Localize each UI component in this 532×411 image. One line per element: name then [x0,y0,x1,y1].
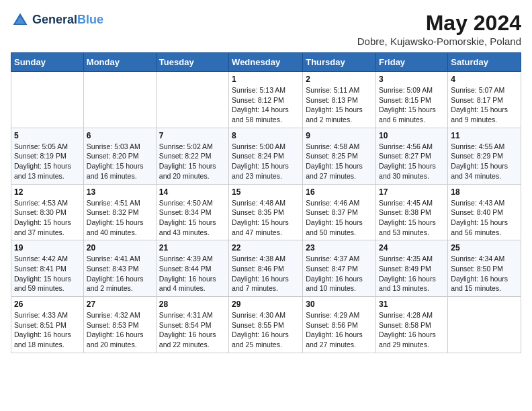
day-number: 28 [159,300,226,309]
day-number: 7 [159,131,226,140]
day-number: 31 [379,300,445,309]
header-row: SundayMondayTuesdayWednesdayThursdayFrid… [11,53,521,72]
day-cell: 14Sunrise: 4:50 AMSunset: 8:34 PMDayligh… [156,184,228,240]
location: Dobre, Kujawsko-Pomorskie, Poland [357,36,521,47]
header-cell-friday: Friday [376,53,448,72]
day-number: 3 [379,75,445,84]
day-info: Sunrise: 5:13 AMSunset: 8:12 PMDaylight:… [232,85,300,125]
day-cell: 19Sunrise: 4:42 AMSunset: 8:41 PMDayligh… [11,240,84,297]
day-info: Sunrise: 5:09 AMSunset: 8:15 PMDaylight:… [379,85,445,125]
week-row-5: 26Sunrise: 4:33 AMSunset: 8:51 PMDayligh… [11,297,521,353]
day-info: Sunrise: 4:53 AMSunset: 8:30 PMDaylight:… [14,198,81,238]
day-info: Sunrise: 5:11 AMSunset: 8:13 PMDaylight:… [306,85,373,125]
page-header: GeneralBlue May 2024 Dobre, Kujawsko-Pom… [11,11,521,47]
day-info: Sunrise: 4:50 AMSunset: 8:34 PMDaylight:… [159,198,226,238]
day-number: 12 [14,187,81,197]
week-row-2: 5Sunrise: 5:05 AMSunset: 8:19 PMDaylight… [11,128,521,184]
day-info: Sunrise: 4:43 AMSunset: 8:40 PMDaylight:… [451,198,518,238]
week-row-3: 12Sunrise: 4:53 AMSunset: 8:30 PMDayligh… [11,184,521,240]
day-cell: 13Sunrise: 4:51 AMSunset: 8:32 PMDayligh… [83,184,156,240]
day-number: 2 [306,75,373,84]
day-info: Sunrise: 4:37 AMSunset: 8:47 PMDaylight:… [306,254,373,293]
day-number: 10 [379,131,445,140]
day-number: 5 [14,131,81,140]
day-number: 20 [87,243,153,253]
day-cell: 11Sunrise: 4:55 AMSunset: 8:29 PMDayligh… [448,128,521,184]
day-cell: 7Sunrise: 5:02 AMSunset: 8:22 PMDaylight… [156,128,228,184]
day-number: 17 [379,187,445,197]
day-info: Sunrise: 5:05 AMSunset: 8:19 PMDaylight:… [14,142,81,181]
day-info: Sunrise: 5:02 AMSunset: 8:22 PMDaylight:… [159,142,226,181]
day-info: Sunrise: 4:56 AMSunset: 8:27 PMDaylight:… [379,142,445,181]
day-cell: 22Sunrise: 4:38 AMSunset: 8:46 PMDayligh… [229,240,303,297]
calendar-header: SundayMondayTuesdayWednesdayThursdayFrid… [11,53,521,72]
day-info: Sunrise: 5:03 AMSunset: 8:20 PMDaylight:… [87,142,153,181]
day-number: 14 [159,187,226,197]
day-number: 11 [451,131,518,140]
header-cell-wednesday: Wednesday [229,53,303,72]
day-cell: 3Sunrise: 5:09 AMSunset: 8:15 PMDaylight… [376,72,448,128]
day-number: 1 [232,75,300,84]
header-cell-sunday: Sunday [11,53,84,72]
day-info: Sunrise: 5:00 AMSunset: 8:24 PMDaylight:… [232,142,300,181]
day-number: 18 [451,187,518,197]
logo-text: GeneralBlue [32,13,103,27]
header-cell-monday: Monday [83,53,156,72]
day-info: Sunrise: 4:38 AMSunset: 8:46 PMDaylight:… [232,254,300,293]
day-info: Sunrise: 4:32 AMSunset: 8:53 PMDaylight:… [87,310,153,350]
day-number: 6 [87,131,153,140]
day-cell: 31Sunrise: 4:28 AMSunset: 8:58 PMDayligh… [376,297,448,353]
month-title: May 2024 [357,11,521,36]
day-cell: 15Sunrise: 4:48 AMSunset: 8:35 PMDayligh… [229,184,303,240]
day-info: Sunrise: 4:28 AMSunset: 8:58 PMDaylight:… [379,310,445,350]
day-cell [11,72,84,128]
week-row-1: 1Sunrise: 5:13 AMSunset: 8:12 PMDaylight… [11,72,521,128]
day-cell: 12Sunrise: 4:53 AMSunset: 8:30 PMDayligh… [11,184,84,240]
day-cell: 16Sunrise: 4:46 AMSunset: 8:37 PMDayligh… [303,184,376,240]
day-info: Sunrise: 4:42 AMSunset: 8:41 PMDaylight:… [14,254,81,293]
day-info: Sunrise: 4:33 AMSunset: 8:51 PMDaylight:… [14,310,81,350]
day-number: 25 [451,243,518,253]
week-row-4: 19Sunrise: 4:42 AMSunset: 8:41 PMDayligh… [11,240,521,297]
day-info: Sunrise: 4:46 AMSunset: 8:37 PMDaylight:… [306,198,373,238]
day-cell: 21Sunrise: 4:39 AMSunset: 8:44 PMDayligh… [156,240,228,297]
day-number: 13 [87,187,153,197]
day-cell: 5Sunrise: 5:05 AMSunset: 8:19 PMDaylight… [11,128,84,184]
day-cell: 27Sunrise: 4:32 AMSunset: 8:53 PMDayligh… [83,297,156,353]
day-number: 21 [159,243,226,253]
day-info: Sunrise: 4:55 AMSunset: 8:29 PMDaylight:… [451,142,518,181]
day-info: Sunrise: 4:35 AMSunset: 8:49 PMDaylight:… [379,254,445,293]
day-number: 27 [87,300,153,309]
day-cell: 30Sunrise: 4:29 AMSunset: 8:56 PMDayligh… [303,297,376,353]
day-number: 16 [306,187,373,197]
day-cell: 25Sunrise: 4:34 AMSunset: 8:50 PMDayligh… [448,240,521,297]
day-info: Sunrise: 4:48 AMSunset: 8:35 PMDaylight:… [232,198,300,238]
day-cell: 8Sunrise: 5:00 AMSunset: 8:24 PMDaylight… [229,128,303,184]
day-info: Sunrise: 5:07 AMSunset: 8:17 PMDaylight:… [451,85,518,125]
calendar-body: 1Sunrise: 5:13 AMSunset: 8:12 PMDaylight… [11,72,521,353]
day-number: 24 [379,243,445,253]
day-number: 26 [14,300,81,309]
day-cell: 28Sunrise: 4:31 AMSunset: 8:54 PMDayligh… [156,297,228,353]
day-info: Sunrise: 4:45 AMSunset: 8:38 PMDaylight:… [379,198,445,238]
day-cell: 6Sunrise: 5:03 AMSunset: 8:20 PMDaylight… [83,128,156,184]
day-cell: 4Sunrise: 5:07 AMSunset: 8:17 PMDaylight… [448,72,521,128]
day-cell: 1Sunrise: 5:13 AMSunset: 8:12 PMDaylight… [229,72,303,128]
day-cell: 24Sunrise: 4:35 AMSunset: 8:49 PMDayligh… [376,240,448,297]
day-cell: 26Sunrise: 4:33 AMSunset: 8:51 PMDayligh… [11,297,84,353]
day-number: 9 [306,131,373,140]
day-number: 30 [306,300,373,309]
header-cell-tuesday: Tuesday [156,53,228,72]
calendar-table: SundayMondayTuesdayWednesdayThursdayFrid… [11,52,521,353]
day-number: 8 [232,131,300,140]
day-info: Sunrise: 4:51 AMSunset: 8:32 PMDaylight:… [87,198,153,238]
day-number: 29 [232,300,300,309]
day-cell: 9Sunrise: 4:58 AMSunset: 8:25 PMDaylight… [303,128,376,184]
day-info: Sunrise: 4:34 AMSunset: 8:50 PMDaylight:… [451,254,518,293]
logo-icon [11,11,30,30]
day-info: Sunrise: 4:31 AMSunset: 8:54 PMDaylight:… [159,310,226,350]
day-info: Sunrise: 4:29 AMSunset: 8:56 PMDaylight:… [306,310,373,350]
day-number: 23 [306,243,373,253]
header-cell-saturday: Saturday [448,53,521,72]
title-block: May 2024 Dobre, Kujawsko-Pomorskie, Pola… [357,11,521,47]
